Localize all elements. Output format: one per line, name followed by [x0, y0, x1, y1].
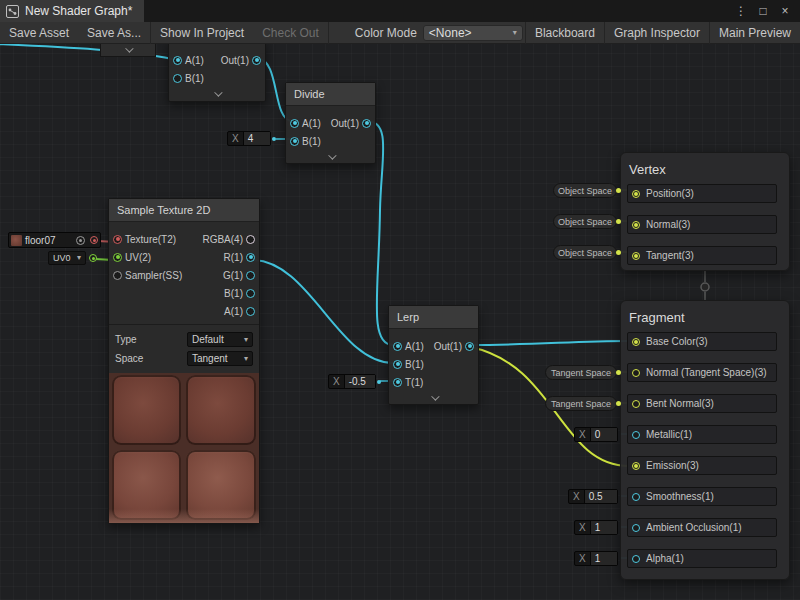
output-port-icon[interactable]: [362, 119, 371, 128]
x-value-input[interactable]: 0.5: [584, 490, 617, 503]
uv-output-port-icon[interactable]: [89, 254, 97, 262]
block-title: Vertex: [621, 153, 789, 184]
alpha-port-icon[interactable]: [632, 555, 640, 563]
type-value: Default: [192, 334, 224, 345]
metallic-x-field: X 0: [574, 427, 618, 442]
output-port-b-icon[interactable]: [246, 289, 255, 298]
pill-label: Tangent Space: [551, 399, 611, 409]
position-port-icon[interactable]: [632, 190, 640, 198]
divide-node[interactable]: Divide A(1) Out(1) B(1): [285, 82, 376, 164]
graph-canvas[interactable]: A(1) Out(1) B(1) Divide A(1) Out(1): [0, 0, 800, 600]
color-mode-dropdown[interactable]: <None> ▾: [423, 25, 523, 41]
save-asset-button[interactable]: Save Asset: [0, 22, 78, 44]
object-picker-icon[interactable]: [76, 236, 85, 245]
node-title[interactable]: Divide: [286, 83, 375, 106]
input-port-uv-icon[interactable]: [113, 253, 122, 262]
space-dropdown[interactable]: Tangent ▾: [187, 351, 253, 366]
space-pill: Tangent Space: [545, 396, 617, 411]
output-port-rgba-icon[interactable]: [246, 235, 255, 244]
normal-port-icon[interactable]: [632, 221, 640, 229]
uv-channel-dropdown[interactable]: UV0 ▾: [48, 251, 86, 265]
main-preview-toggle-button[interactable]: Main Preview: [710, 22, 800, 44]
wire-lerp-to-basecolor[interactable]: [470, 341, 629, 345]
input-port-a-icon[interactable]: [393, 342, 402, 351]
show-in-project-button[interactable]: Show In Project: [151, 22, 253, 44]
input-port-texture-icon[interactable]: [113, 235, 122, 244]
op-node[interactable]: A(1) Out(1) B(1): [168, 40, 266, 102]
input-port-a-icon[interactable]: [173, 56, 182, 65]
tab-title: New Shader Graph*: [25, 4, 132, 18]
maximize-icon[interactable]: □: [754, 2, 772, 20]
row-label: Ambient Occlusion(1): [646, 522, 742, 533]
space-pill: Tangent Space: [545, 365, 617, 380]
toolbar-right-group: Blackboard Graph Inspector Main Preview: [525, 22, 800, 44]
alpha-x-field: X 1: [574, 551, 618, 566]
collapse-chevron-icon[interactable]: [214, 88, 222, 96]
close-icon[interactable]: ×: [776, 2, 794, 20]
x-value-input[interactable]: 0: [590, 428, 617, 441]
x-value-input[interactable]: 1: [590, 521, 617, 534]
texture-preview: [109, 373, 259, 523]
input-port-b-icon[interactable]: [290, 137, 299, 146]
x-value-input[interactable]: 1: [590, 552, 617, 565]
input-port-b-icon[interactable]: [393, 360, 402, 369]
fragment-basecolor-row: Base Color(3): [627, 332, 777, 351]
texture-tile: [186, 375, 256, 445]
output-port-icon[interactable]: [465, 342, 474, 351]
row-label: Emission(3): [646, 460, 699, 471]
type-dropdown[interactable]: Default ▾: [187, 332, 253, 347]
basecolor-port-icon[interactable]: [632, 338, 640, 346]
save-as-button[interactable]: Save As...: [78, 22, 150, 44]
pill-label: Object Space: [558, 217, 612, 227]
input-port-sampler-icon[interactable]: [113, 271, 122, 280]
output-port-g-icon[interactable]: [246, 271, 255, 280]
node-title[interactable]: Lerp: [389, 306, 478, 329]
ao-x-field: X 1: [574, 520, 618, 535]
fragment-block[interactable]: Fragment Base Color(3) Normal (Tangent S…: [620, 300, 790, 580]
vertex-normal-row: Normal(3): [627, 215, 777, 234]
shader-graph-tab[interactable]: New Shader Graph*: [0, 0, 144, 22]
normal-ts-port-icon[interactable]: [632, 369, 640, 377]
port-label-a: A(1): [405, 341, 424, 352]
texture-output-port-icon[interactable]: [90, 236, 98, 244]
collapse-chevron-icon[interactable]: [328, 151, 336, 159]
tangent-port-icon[interactable]: [632, 252, 640, 260]
collapsed-node-partial[interactable]: [100, 44, 156, 57]
lerp-node[interactable]: Lerp A(1) Out(1) B(1) T(1): [388, 305, 479, 405]
ao-port-icon[interactable]: [632, 524, 640, 532]
space-pill: Object Space: [553, 214, 617, 229]
title-bar: New Shader Graph* ⋮ □ ×: [0, 0, 800, 22]
input-port-t-icon[interactable]: [393, 378, 402, 387]
port-label-a: A(1): [302, 118, 321, 129]
block-connector-icon: [701, 283, 709, 291]
x-value-input[interactable]: -0.5: [344, 375, 375, 388]
row-label: Tangent(3): [646, 250, 694, 261]
blackboard-toggle-button[interactable]: Blackboard: [526, 22, 604, 44]
port-row: B(1): [109, 284, 259, 302]
output-port-a-icon[interactable]: [246, 307, 255, 316]
smoothness-port-icon[interactable]: [632, 493, 640, 501]
input-port-b-icon[interactable]: [173, 74, 182, 83]
collapse-chevron-icon[interactable]: [431, 392, 439, 400]
x-value-input[interactable]: 4: [243, 132, 270, 145]
emission-port-icon[interactable]: [632, 462, 640, 470]
graph-inspector-toggle-button[interactable]: Graph Inspector: [605, 22, 709, 44]
pill-label: Object Space: [558, 186, 612, 196]
bentnormal-port-icon[interactable]: [632, 400, 640, 408]
collapse-chevron-icon[interactable]: [125, 44, 133, 52]
texture-asset-field[interactable]: floor07: [8, 232, 101, 248]
wire-r-to-lerp-b[interactable]: [252, 260, 393, 363]
input-port-a-icon[interactable]: [290, 119, 299, 128]
more-menu-icon[interactable]: ⋮: [732, 2, 750, 20]
node-title[interactable]: Sample Texture 2D: [109, 199, 259, 222]
row-label: Normal (Tangent Space)(3): [646, 367, 767, 378]
vertex-block[interactable]: Vertex Position(3) Normal(3) Tangent(3): [620, 152, 790, 271]
x-label: X: [329, 376, 344, 387]
fragment-emission-row: Emission(3): [627, 456, 777, 475]
sample-texture-2d-node[interactable]: Sample Texture 2D Texture(T2) RGBA(4) UV…: [108, 198, 260, 524]
metallic-port-icon[interactable]: [632, 431, 640, 439]
port-row: A(1) Out(1): [389, 337, 478, 355]
port-label-rgba: RGBA(4): [202, 234, 243, 245]
output-port-icon[interactable]: [252, 56, 261, 65]
output-port-r-icon[interactable]: [246, 253, 255, 262]
